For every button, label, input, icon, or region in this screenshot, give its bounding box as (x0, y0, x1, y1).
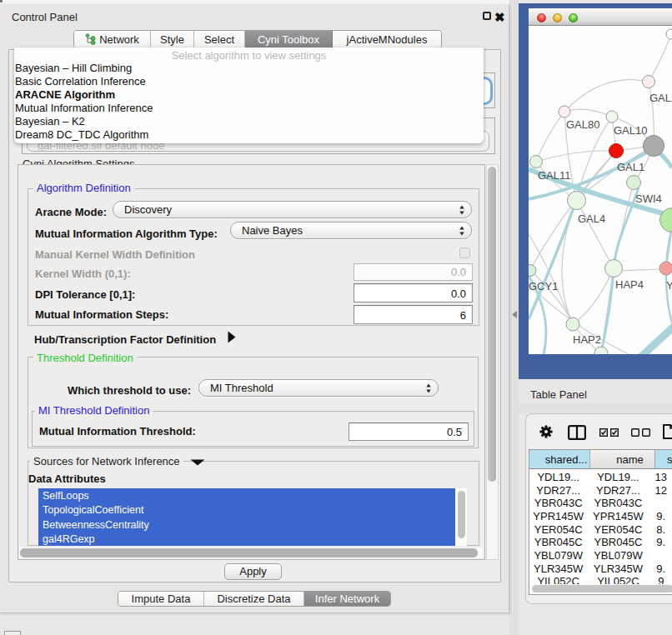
svg-text:Y: Y (666, 279, 672, 292)
svg-text:HAP2: HAP2 (573, 333, 601, 346)
svg-text:GAL11: GAL11 (538, 169, 571, 182)
svg-text:GCY1: GCY1 (529, 280, 558, 292)
svg-text:GAL1: GAL1 (617, 161, 644, 173)
svg-text:GAL2: GAL2 (649, 92, 672, 104)
svg-text:GAL80: GAL80 (566, 118, 599, 131)
svg-text:HAP4: HAP4 (615, 278, 644, 291)
svg-text:GAL10: GAL10 (614, 124, 647, 137)
svg-text:GAL4: GAL4 (578, 212, 605, 225)
svg-text:SWI4: SWI4 (635, 192, 662, 205)
